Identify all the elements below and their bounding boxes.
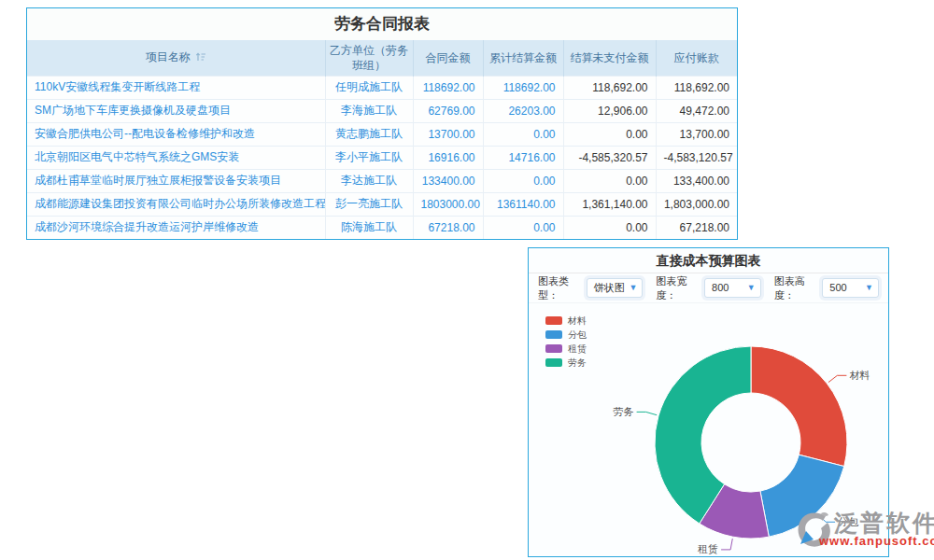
report-title: 劳务合同报表 xyxy=(27,8,737,40)
column-header-team: 乙方单位（劳务班组） xyxy=(325,40,413,76)
slice-label: 材料 xyxy=(849,370,870,381)
table-header-row: 项目名称 乙方单位（劳务班组） 合同金额 累计结算金额 结算未支付金额 应付账款 xyxy=(27,40,737,76)
column-header-settled-amount: 累计结算金额 xyxy=(483,40,563,76)
unpaid-amount-cell: 12,906.00 xyxy=(563,99,656,122)
table-row: 安徽合肥供电公司--配电设备检修维护和改造黄志鹏施工队13700.000.000… xyxy=(27,122,737,146)
settled-amount-cell: 14716.00 xyxy=(483,146,563,169)
project-name-cell[interactable]: 安徽合肥供电公司--配电设备检修维护和改造 xyxy=(27,122,325,146)
settled-amount-cell: 0.00 xyxy=(483,122,563,146)
project-name-cell[interactable]: 成都沙河环境综合提升改造运河护岸维修改造 xyxy=(27,216,325,239)
report-table: 项目名称 乙方单位（劳务班组） 合同金额 累计结算金额 结算未支付金额 应付账款… xyxy=(27,40,737,239)
contract-amount-cell: 133400.00 xyxy=(413,169,483,192)
payable-cell: 49,472.00 xyxy=(656,99,737,122)
slice-label: 劳务 xyxy=(614,406,634,417)
fanpu-watermark: 泛普软件 www.fanpusoft.com xyxy=(795,511,934,553)
contract-amount-cell: 67218.00 xyxy=(413,216,483,239)
labor-contract-report: 劳务合同报表 项目名称 乙方单位（劳务班组） 合同金额 累计结算金额 结算未支付… xyxy=(26,7,738,240)
team-cell[interactable]: 陈海施工队 xyxy=(325,216,413,239)
watermark-url: www.fanpusoft.com xyxy=(819,534,934,548)
slice-label: 租赁 xyxy=(698,543,718,554)
project-name-cell[interactable]: SM广场地下车库更换摄像机及硬盘项目 xyxy=(27,99,325,122)
table-row: 北京朝阳区电气中芯特气系统之GMS安装李小平施工队16916.0014716.0… xyxy=(27,146,737,169)
sort-icon[interactable] xyxy=(195,51,206,66)
settled-amount-cell: 118692.00 xyxy=(483,76,563,99)
settled-amount-cell: 0.00 xyxy=(483,216,563,239)
unpaid-amount-cell: 0.00 xyxy=(563,169,656,192)
settled-amount-cell: 1361140.00 xyxy=(483,192,563,216)
contract-amount-cell: 13700.00 xyxy=(413,122,483,146)
label-leader-line xyxy=(721,539,732,550)
column-header-unpaid-amount: 结算未支付金额 xyxy=(563,40,656,76)
settled-amount-cell: 26203.00 xyxy=(483,99,563,122)
payable-cell: 1,803,000.00 xyxy=(656,192,737,216)
table-row: 成都杜甫草堂临时展厅独立展柜报警设备安装项目李达施工队133400.000.00… xyxy=(27,169,737,192)
unpaid-amount-cell: 1,361,140.00 xyxy=(563,192,656,216)
project-name-cell[interactable]: 成都能源建设集团投资有限公司临时办公场所装修改造工程EPC xyxy=(27,192,325,216)
table-row: SM广场地下车库更换摄像机及硬盘项目李海施工队62769.0026203.001… xyxy=(27,99,737,122)
contract-amount-cell: 1803000.00 xyxy=(413,192,483,216)
contract-amount-cell: 62769.00 xyxy=(413,99,483,122)
team-cell[interactable]: 李海施工队 xyxy=(325,99,413,122)
payable-cell: 67,218.00 xyxy=(656,216,737,239)
contract-amount-cell: 16916.00 xyxy=(413,146,483,169)
team-cell[interactable]: 李小平施工队 xyxy=(325,146,413,169)
team-cell[interactable]: 李达施工队 xyxy=(325,169,413,192)
payable-cell: 13,700.00 xyxy=(656,122,737,146)
project-name-cell[interactable]: 北京朝阳区电气中芯特气系统之GMS安装 xyxy=(27,146,325,169)
pie-slice-0[interactable] xyxy=(751,346,847,467)
team-cell[interactable]: 黄志鹏施工队 xyxy=(325,122,413,146)
chart-panel-title: 直接成本预算图表 xyxy=(529,248,888,273)
report-table-body: 110kV安徽线程集变开断线路工程任明成施工队118692.00118692.0… xyxy=(27,76,737,239)
project-name-cell[interactable]: 成都杜甫草堂临时展厅独立展柜报警设备安装项目 xyxy=(27,169,325,192)
payable-cell: -4,583,120.57 xyxy=(656,146,737,169)
column-header-project: 项目名称 xyxy=(27,40,325,76)
table-row: 成都能源建设集团投资有限公司临时办公场所装修改造工程EPC彭一亮施工队18030… xyxy=(27,192,737,216)
label-leader-line xyxy=(828,375,846,382)
team-cell[interactable]: 彭一亮施工队 xyxy=(325,192,413,216)
watermark-brand-name: 泛普软件 xyxy=(834,511,934,536)
table-row: 110kV安徽线程集变开断线路工程任明成施工队118692.00118692.0… xyxy=(27,76,737,99)
unpaid-amount-cell: 118,692.00 xyxy=(563,76,656,99)
label-leader-line xyxy=(637,412,658,414)
table-row: 成都沙河环境综合提升改造运河护岸维修改造陈海施工队67218.000.000.0… xyxy=(27,216,737,239)
contract-amount-cell: 118692.00 xyxy=(413,76,483,99)
project-name-cell[interactable]: 110kV安徽线程集变开断线路工程 xyxy=(27,76,325,99)
payable-cell: 118,692.00 xyxy=(656,76,737,99)
unpaid-amount-cell: -4,585,320.57 xyxy=(563,146,656,169)
team-cell[interactable]: 任明成施工队 xyxy=(325,76,413,99)
payable-cell: 133,400.00 xyxy=(656,169,737,192)
column-header-project-label: 项目名称 xyxy=(146,50,191,63)
unpaid-amount-cell: 0.00 xyxy=(563,216,656,239)
settled-amount-cell: 0.00 xyxy=(483,169,563,192)
column-header-payable: 应付账款 xyxy=(656,40,737,76)
column-header-contract-amount: 合同金额 xyxy=(413,40,483,76)
page: 劳务合同报表 项目名称 乙方单位（劳务班组） 合同金额 累计结算金额 结算未支付… xyxy=(0,0,934,560)
unpaid-amount-cell: 0.00 xyxy=(563,122,656,146)
